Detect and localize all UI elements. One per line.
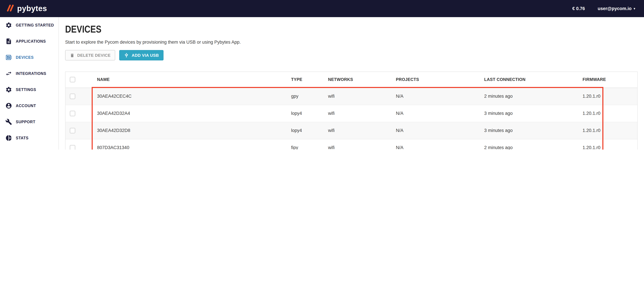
cell-projects: N/A (396, 105, 484, 122)
cell-name: 30AEA42CEC4C (92, 88, 291, 105)
cell-projects: N/A (396, 88, 484, 105)
device-row[interactable]: 30AEA42D32A4lopy4wifiN/A3 minutes ago1.2… (66, 105, 637, 122)
cell-firmware: 1.20.1.r0 (578, 122, 637, 139)
integrations-icon (5, 70, 12, 77)
add-via-usb-button[interactable]: ADD VIA USB (119, 50, 164, 60)
sidebar-item-label: DEVICES (16, 56, 34, 60)
sidebar-item-label: GETTING STARTED (16, 23, 54, 27)
user-menu[interactable]: user@pycom.io ▾ (598, 6, 635, 11)
row-checkbox-cell (66, 88, 92, 105)
trash-icon (70, 53, 74, 58)
select-all-header-cell (66, 72, 92, 88)
column-header-last: LAST CONNECTION (484, 72, 578, 88)
sidebar-item-integrations[interactable]: INTEGRATIONS (0, 66, 58, 82)
topbar-right: € 0.76 user@pycom.io ▾ (572, 6, 635, 11)
applications-icon (5, 38, 12, 45)
row-checkbox[interactable] (70, 128, 75, 133)
sidebar-item-label: ACCOUNT (16, 104, 36, 108)
device-row[interactable]: 30AEA42D32D8lopy4wifiN/A3 minutes ago1.2… (66, 122, 637, 139)
cell-networks: wifi (328, 88, 396, 105)
sidebar-item-applications[interactable]: APPLICATIONS (0, 33, 58, 49)
usb-icon (124, 53, 129, 58)
sidebar-item-settings[interactable]: SETTINGS (0, 82, 58, 98)
devices-icon (5, 54, 12, 61)
account-balance: € 0.76 (572, 6, 585, 11)
column-header-name: NAME (92, 72, 291, 88)
pie-chart-icon (5, 135, 12, 141)
column-header-type: TYPE (291, 72, 328, 88)
select-all-checkbox[interactable] (70, 77, 75, 82)
gear-icon (5, 22, 12, 28)
user-email: user@pycom.io (598, 6, 632, 11)
sidebar-item-label: APPLICATIONS (16, 39, 46, 43)
sidebar-item-getting-started[interactable]: GETTING STARTED (0, 17, 58, 33)
cell-networks: wifi (328, 122, 396, 139)
cell-firmware: 1.20.1.r0 (578, 88, 637, 105)
devices-table: NAMETYPENETWORKSPROJECTSLAST CONNECTIONF… (66, 72, 637, 150)
cell-networks: wifi (328, 105, 396, 122)
sidebar-item-label: SETTINGS (16, 88, 36, 92)
cell-firmware: 1.20.1.r0 (578, 139, 637, 150)
brand-name: pybytes (17, 4, 47, 13)
table-header-row: NAMETYPENETWORKSPROJECTSLAST CONNECTIONF… (66, 72, 637, 88)
wrench-icon (5, 118, 12, 125)
sidebar-item-account[interactable]: ACCOUNT (0, 98, 58, 114)
cell-networks: wifi (328, 139, 396, 150)
toolbar: DELETE DEVICE ADD VIA USB (65, 50, 638, 60)
column-header-networks: NETWORKS (328, 72, 396, 88)
cell-last: 2 minutes ago (484, 139, 578, 150)
cell-type: fipy (291, 139, 328, 150)
page-subtitle: Start to explore the Pycom devices by pr… (65, 40, 638, 45)
cell-name: 30AEA42D32A4 (92, 105, 291, 122)
cell-name: 807D3AC31340 (92, 139, 291, 150)
pycom-slashes-icon (6, 4, 14, 14)
caret-down-icon: ▾ (634, 7, 635, 10)
add-via-usb-label: ADD VIA USB (132, 53, 159, 58)
sidebar: GETTING STARTEDAPPLICATIONSDEVICESINTEGR… (0, 17, 59, 150)
cell-projects: N/A (396, 139, 484, 150)
row-checkbox[interactable] (70, 94, 75, 99)
cell-projects: N/A (396, 122, 484, 139)
delete-device-label: DELETE DEVICE (77, 53, 111, 58)
cell-last: 3 minutes ago (484, 105, 578, 122)
topbar: pybytes € 0.76 user@pycom.io ▾ (0, 0, 644, 17)
row-checkbox-cell (66, 139, 92, 150)
device-row[interactable]: 807D3AC31340fipywifiN/A2 minutes ago1.20… (66, 139, 637, 150)
sidebar-item-devices[interactable]: DEVICES (0, 49, 58, 66)
delete-device-button[interactable]: DELETE DEVICE (65, 50, 115, 60)
main-content: DEVICES Start to explore the Pycom devic… (59, 17, 644, 150)
row-checkbox-cell (66, 105, 92, 122)
device-row[interactable]: 30AEA42CEC4CgpywifiN/A2 minutes ago1.20.… (66, 88, 637, 105)
cell-firmware: 1.20.1.r0 (578, 105, 637, 122)
sidebar-item-label: INTEGRATIONS (16, 72, 46, 76)
cell-type: gpy (291, 88, 328, 105)
pybytes-app: pybytes € 0.76 user@pycom.io ▾ GETTING S… (0, 0, 644, 150)
column-header-firmware: FIRMWARE (578, 72, 637, 88)
cell-type: lopy4 (291, 122, 328, 139)
cell-name: 30AEA42D32D8 (92, 122, 291, 139)
gear-icon (5, 86, 12, 93)
sidebar-item-label: STATS (16, 136, 28, 140)
cell-type: lopy4 (291, 105, 328, 122)
pybytes-logo[interactable]: pybytes (6, 4, 47, 14)
page-title: DEVICES (65, 24, 102, 34)
sidebar-item-support[interactable]: SUPPORT (0, 114, 58, 130)
cell-last: 2 minutes ago (484, 88, 578, 105)
devices-table-wrap: NAMETYPENETWORKSPROJECTSLAST CONNECTIONF… (65, 72, 638, 150)
sidebar-item-label: SUPPORT (16, 120, 36, 124)
row-checkbox-cell (66, 122, 92, 139)
sidebar-item-stats[interactable]: STATS (0, 130, 58, 146)
device-table-body: 30AEA42CEC4CgpywifiN/A2 minutes ago1.20.… (66, 88, 637, 150)
sidebar-nav: GETTING STARTEDAPPLICATIONSDEVICESINTEGR… (0, 17, 58, 146)
cell-last: 3 minutes ago (484, 122, 578, 139)
account-icon (5, 102, 12, 109)
column-header-projects: PROJECTS (396, 72, 484, 88)
row-checkbox[interactable] (70, 145, 75, 150)
row-checkbox[interactable] (70, 111, 75, 116)
